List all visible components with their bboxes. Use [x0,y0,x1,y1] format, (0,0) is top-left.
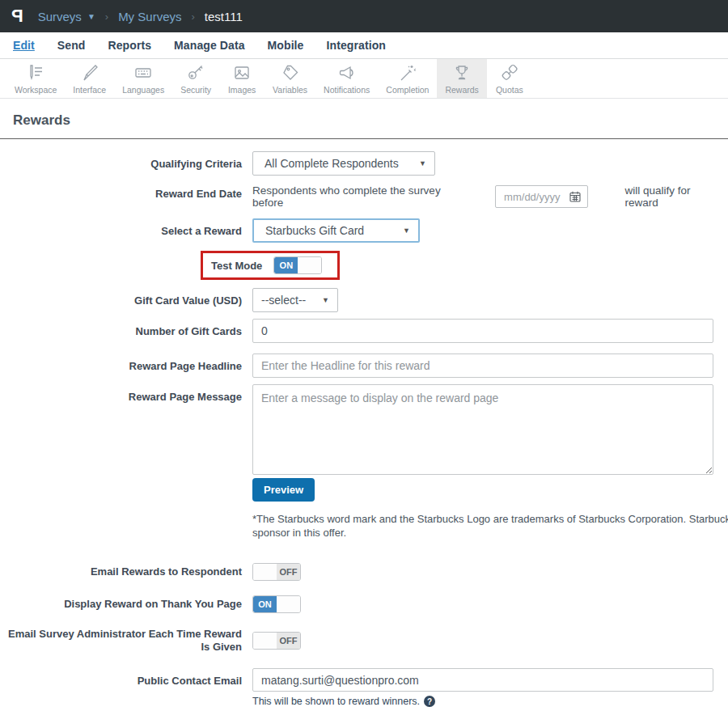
number-of-gift-cards-input[interactable] [252,319,713,343]
gift-card-value-row: Gift Card Value (USD) --select-- ▼ [0,288,728,312]
languages-icon [133,63,153,83]
toolbar-item-variables[interactable]: Variables [265,59,315,98]
toolbar-item-label: Rewards [445,85,478,95]
toolbar-item-label: Images [228,85,256,95]
test-mode-annotation-box: Test Mode ON [201,251,340,280]
completion-icon [398,63,417,83]
tab-edit[interactable]: Edit [13,39,35,52]
breadcrumb-my-surveys[interactable]: My Surveys [118,10,181,23]
display-reward-toggle[interactable]: ON [252,595,301,613]
toggle-state-text: ON [253,596,277,612]
breadcrumb-surveys[interactable]: Surveys [38,10,82,23]
reward-end-date-input[interactable]: mm/dd/yyyy [495,185,588,208]
help-question-icon[interactable]: ? [424,696,435,707]
breadcrumb-separator-icon: › [105,11,108,23]
rewards-icon [452,63,472,83]
email-admin-toggle[interactable]: OFF [252,632,301,650]
quotas-icon [500,63,519,83]
public-contact-email-label: Public Contact Email [0,668,252,688]
toolbar-item-label: Variables [273,85,307,95]
reward-page-message-textarea[interactable] [252,384,713,475]
toolbar-item-label: Languages [122,85,164,95]
select-reward-label: Select a Reward [0,218,252,238]
toolbar-item-label: Notifications [324,85,370,95]
public-contact-email-input[interactable] [252,668,713,692]
reward-end-date-label: Reward End Date [0,182,252,201]
reward-end-date-prefix-text: Respondents who complete the survey befo… [252,184,468,209]
email-admin-row: Email Survey Administrator Each Time Rew… [0,628,728,654]
toolbar-item-label: Completion [386,85,429,95]
preview-row: Preview [0,478,728,502]
tab-integration[interactable]: Integration [327,39,386,52]
edit-icon-toolbar: Workspace Interface Languages Security I… [0,59,728,99]
interface-icon [80,63,99,83]
toolbar-item-interface[interactable]: Interface [65,59,114,98]
toolbar-item-security[interactable]: Security [172,59,219,98]
test-mode-row: Test Mode ON [201,251,728,280]
breadcrumb-separator-icon: › [191,11,194,23]
preview-button[interactable]: Preview [252,478,315,502]
toolbar-item-workspace[interactable]: Workspace [6,59,65,98]
chevron-down-icon: ▼ [419,159,426,167]
toggle-knob [253,633,277,649]
disclaimer-row: *The Starbucks word mark and the Starbuc… [0,510,728,552]
toolbar-item-notifications[interactable]: Notifications [315,59,378,98]
toggle-knob [298,257,321,273]
starbucks-disclaimer-text: *The Starbucks word mark and the Starbuc… [252,513,728,540]
top-header-bar: P Surveys ▼ › My Surveys › test111 [0,0,728,32]
security-icon [186,63,205,83]
questionpro-logo-icon[interactable]: P [11,6,23,27]
surveys-dropdown-caret-icon[interactable]: ▼ [87,12,95,21]
tab-manage-data[interactable]: Manage Data [174,39,244,52]
breadcrumb-survey-name: test111 [205,10,243,23]
select-reward-row: Select a Reward Starbucks Gift Card ▼ [0,218,728,243]
email-admin-label: Email Survey Administrator Each Time Rew… [0,628,252,654]
rewards-form: Qualifying Criteria All Complete Respond… [0,139,728,707]
toolbar-item-label: Quotas [496,85,523,95]
qualifying-criteria-value: All Complete Respondents [265,157,399,170]
qualifying-criteria-row: Qualifying Criteria All Complete Respond… [0,151,728,176]
tab-mobile[interactable]: Mobile [268,39,304,52]
tab-reports[interactable]: Reports [108,39,151,52]
email-rewards-toggle[interactable]: OFF [252,563,301,581]
toolbar-item-languages[interactable]: Languages [114,59,172,98]
email-rewards-label: Email Rewards to Respondent [0,565,252,578]
reward-page-headline-input[interactable] [252,354,713,378]
reward-page-headline-row: Reward Page Headline [0,354,728,378]
notifications-icon [337,63,357,83]
reward-page-headline-label: Reward Page Headline [0,354,252,373]
gift-card-value-select[interactable]: --select-- ▼ [252,288,338,312]
qualifying-criteria-label: Qualifying Criteria [0,151,252,171]
toggle-knob [253,564,277,580]
calendar-icon[interactable] [569,191,581,202]
chevron-down-icon: ▼ [322,296,329,304]
tab-send[interactable]: Send [57,39,86,52]
toolbar-item-rewards[interactable]: Rewards [437,59,486,98]
toolbar-item-images[interactable]: Images [219,59,265,98]
gift-card-value-label: Gift Card Value (USD) [0,288,252,307]
public-contact-email-row: Public Contact Email This will be shown … [0,668,728,707]
date-placeholder: mm/dd/yyyy [504,191,560,203]
qualifying-criteria-select[interactable]: All Complete Respondents ▼ [252,151,435,176]
workspace-icon [26,63,45,83]
toggle-state-text: OFF [277,633,300,649]
toolbar-item-quotas[interactable]: Quotas [487,59,532,98]
toolbar-item-completion[interactable]: Completion [378,59,437,98]
toggle-state-text: ON [274,257,298,273]
test-mode-toggle[interactable]: ON [273,256,322,274]
reward-end-date-row: Reward End Date Respondents who complete… [0,182,728,209]
chevron-down-icon: ▼ [403,226,410,235]
select-reward-select[interactable]: Starbucks Gift Card ▼ [252,218,420,243]
toolbar-item-label: Security [180,85,211,95]
images-icon [232,63,252,83]
number-of-gift-cards-row: Number of Gift Cards [0,319,728,343]
toggle-state-text: OFF [277,564,300,580]
reward-page-message-row: Reward Page Message [0,384,728,475]
email-rewards-row: Email Rewards to Respondent OFF [0,563,728,581]
display-reward-row: Display Reward on Thank You Page ON [0,595,728,613]
reward-end-date-suffix-text: will qualify for reward [624,184,724,209]
display-reward-label: Display Reward on Thank You Page [0,598,252,611]
variables-icon [281,63,300,83]
toggle-knob [277,596,300,612]
reward-page-message-label: Reward Page Message [0,384,252,404]
